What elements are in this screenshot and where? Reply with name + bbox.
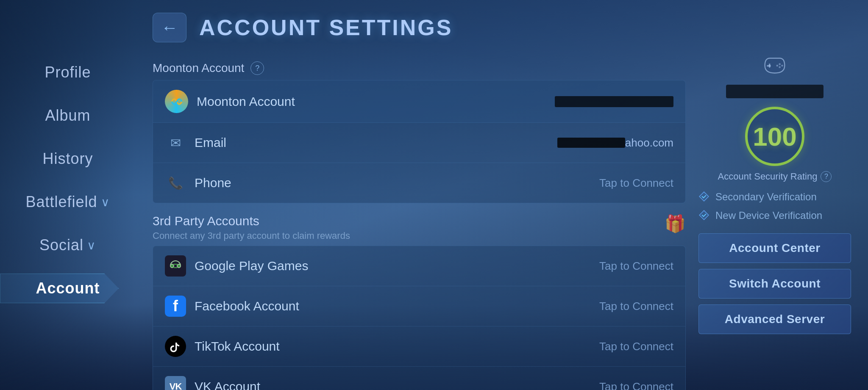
google-play-row[interactable]: Google Play Games Tap to Connect (153, 246, 685, 286)
back-icon: ← (161, 18, 178, 37)
moonton-account-row[interactable]: Moonton Account (153, 80, 685, 123)
sidebar-item-profile[interactable]: Profile (0, 51, 136, 94)
third-party-header: 3rd Party Accounts Connect any 3rd party… (153, 203, 686, 246)
phone-label: Phone (195, 176, 591, 190)
moonton-logo-icon (165, 90, 188, 113)
svg-point-10 (776, 65, 779, 67)
secondary-verification-icon (698, 191, 710, 203)
third-party-panel: Google Play Games Tap to Connect f Faceb… (153, 246, 686, 390)
tiktok-svg (168, 339, 183, 354)
secondary-verification-item[interactable]: Secondary Verification (698, 188, 851, 206)
svg-point-2 (178, 265, 180, 267)
sidebar-nav: Profile Album History Battlefield ∨ Soci… (0, 51, 136, 310)
third-party-subtitle: Connect any 3rd party account to claim r… (153, 230, 350, 241)
security-rating-circle: 100 (745, 107, 804, 166)
section-header-moonton: Moonton Account ? (153, 55, 686, 80)
gamepad-svg (169, 259, 182, 273)
username-redacted (726, 85, 823, 98)
vk-row[interactable]: VK VK Account Tap to Connect (153, 367, 685, 390)
google-play-name: Google Play Games (195, 259, 591, 273)
section-title-moonton: Moonton Account (153, 61, 244, 75)
sidebar: Profile Album History Battlefield ∨ Soci… (0, 0, 136, 390)
moonton-redacted-info (555, 96, 673, 107)
third-party-title: 3rd Party Accounts (153, 214, 350, 228)
advanced-server-button[interactable]: Advanced Server (698, 304, 851, 334)
google-play-icon (165, 255, 186, 277)
diamond-check-svg-2 (698, 210, 709, 221)
facebook-row[interactable]: f Facebook Account Tap to Connect (153, 286, 685, 326)
email-row[interactable]: ✉ Email ahoo.com (153, 123, 685, 163)
sidebar-item-social[interactable]: Social ∨ (0, 224, 136, 267)
main-content: ← ACCOUNT SETTINGS Moonton Account ? (136, 0, 868, 390)
svg-rect-7 (767, 65, 771, 67)
chevron-down-icon: ∨ (87, 238, 96, 252)
sidebar-item-battlefield[interactable]: Battlefield ∨ (0, 180, 136, 224)
sidebar-item-album[interactable]: Album (0, 94, 136, 137)
phone-icon: 📞 (165, 172, 186, 194)
email-icon: ✉ (165, 132, 186, 153)
facebook-icon: f (165, 296, 186, 317)
center-panel: Moonton Account ? (153, 55, 686, 390)
facebook-name: Facebook Account (195, 299, 591, 313)
email-value: ahoo.com (557, 136, 673, 149)
page-wrapper: Profile Album History Battlefield ∨ Soci… (0, 0, 868, 390)
sidebar-item-account[interactable]: Account (0, 267, 136, 310)
email-redacted (557, 138, 625, 148)
svg-point-1 (171, 265, 173, 267)
google-play-action: Tap to Connect (599, 260, 673, 273)
page-header: ← ACCOUNT SETTINGS (153, 13, 851, 42)
right-panel: 100 Account Security Rating ? (698, 55, 851, 390)
new-device-verification-icon (698, 210, 710, 221)
verification-list: Secondary Verification New Device Verifi… (698, 188, 851, 225)
chevron-down-icon: ∨ (101, 195, 110, 209)
gamepad-icon-wrapper (760, 55, 790, 81)
tiktok-icon (165, 336, 186, 357)
moonton-svg (168, 93, 185, 110)
gamepad-icon (760, 55, 790, 76)
phone-action: Tap to Connect (599, 177, 673, 190)
gift-icon: 🎁 (665, 214, 686, 234)
svg-point-11 (779, 66, 781, 68)
help-icon-moonton[interactable]: ? (250, 61, 264, 75)
account-center-button[interactable]: Account Center (698, 233, 851, 263)
sidebar-item-history[interactable]: History (0, 137, 136, 180)
vk-name: VK Account (195, 379, 591, 390)
tiktok-name: TikTok Account (195, 339, 591, 354)
security-score: 100 (753, 122, 796, 152)
phone-row[interactable]: 📞 Phone Tap to Connect (153, 163, 685, 203)
vk-action: Tap to Connect (599, 380, 673, 390)
tiktok-row[interactable]: TikTok Account Tap to Connect (153, 326, 685, 367)
security-label: Account Security Rating ? (718, 171, 832, 182)
diamond-check-svg (698, 191, 709, 202)
new-device-verification-item[interactable]: New Device Verification (698, 206, 851, 225)
right-buttons: Account Center Switch Account Advanced S… (698, 233, 851, 334)
third-party-title-block: 3rd Party Accounts Connect any 3rd party… (153, 214, 350, 241)
switch-account-button[interactable]: Switch Account (698, 269, 851, 299)
help-icon-security[interactable]: ? (821, 171, 832, 182)
tiktok-action: Tap to Connect (599, 340, 673, 353)
connected-accounts-panel: Moonton Account ✉ Email ahoo.com 📞 (153, 80, 686, 203)
moonton-account-name: Moonton Account (197, 94, 546, 109)
back-button[interactable]: ← (153, 13, 186, 42)
vk-icon: VK (165, 376, 186, 390)
svg-point-8 (779, 63, 781, 65)
right-panel-inner: 100 Account Security Rating ? (698, 55, 851, 334)
facebook-action: Tap to Connect (599, 300, 673, 313)
content-area: Moonton Account ? (153, 55, 851, 390)
email-label: Email (195, 136, 549, 150)
svg-point-9 (781, 65, 783, 67)
page-title: ACCOUNT SETTINGS (199, 15, 453, 40)
